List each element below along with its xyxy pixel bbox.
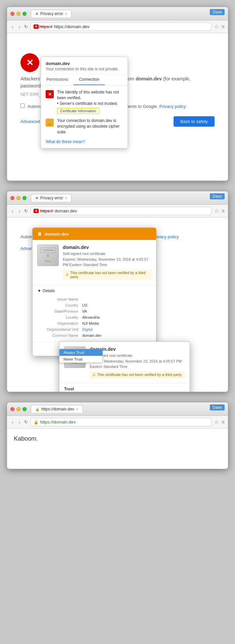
common-name-label: Common Name (38, 333, 82, 338)
back-button-3[interactable]: ‹ (10, 419, 15, 426)
title-bar-1: ✕ Privacy error × Dave (7, 7, 228, 20)
title-bar-2: ✕ Privacy error × Dave (7, 191, 228, 205)
forward-button-1[interactable]: › (17, 23, 22, 30)
locality-label: Locality (38, 315, 82, 320)
back-button-1[interactable]: ‹ (10, 23, 15, 30)
address-bar-1: ‹ › ↻ ✕ https:// https://domain.dev ☆ ≡ (7, 20, 228, 33)
bookmark-icon-3[interactable]: ☆ (214, 419, 219, 425)
trust-dropdown-menu: Always Trust Never Trust (59, 349, 103, 363)
user-badge-2[interactable]: Dave (210, 193, 225, 199)
cert-subtitle: Self-signed root certificate (63, 251, 151, 257)
org-unit-label: Organizational Unit (38, 327, 82, 332)
active-tab-1[interactable]: ✕ Privacy error × (31, 10, 72, 17)
cert-details-section: ▼ Details Issuer Name Country US (33, 285, 156, 342)
url-domain-text-2: domain.dev (54, 208, 77, 213)
details-table: Issuer Name Country US State/Province VA (37, 296, 151, 339)
browser-window-2: ✕ Privacy error × Dave ‹ › ↻ ✕ https:// … (7, 191, 228, 392)
forward-button-3[interactable]: › (17, 419, 22, 426)
back-button-2[interactable]: ‹ (10, 208, 15, 214)
issuer-val (82, 297, 151, 302)
menu-icon-1[interactable]: ≡ (222, 24, 225, 30)
trust-warning-icon: ⚠ (92, 373, 96, 377)
cert-header-icon: 🖥 (37, 231, 42, 237)
active-tab-3[interactable]: 🔒 https://domain.dev × (31, 405, 83, 413)
tab-close-1[interactable]: × (65, 12, 67, 16)
error-icon-large: ✕ (20, 53, 39, 72)
bookmark-icon-1[interactable]: ☆ (214, 23, 219, 30)
url-box-2[interactable]: ✕ https:// domain.dev (31, 207, 211, 215)
tab-title-1: Privacy error (40, 11, 63, 16)
common-name-row: Common Name domain.dev (38, 333, 151, 338)
refresh-button-1[interactable]: ↻ (24, 24, 28, 29)
maximize-button-3[interactable] (22, 407, 27, 411)
tab-connection[interactable]: Connection (74, 74, 105, 85)
locality-row: Locality Alexandria (38, 315, 151, 320)
tab-secure-icon: 🔒 (35, 407, 39, 411)
refresh-button-3[interactable]: ↻ (24, 420, 28, 425)
trust-cert-subtitle: Self-signed root certificate (90, 353, 185, 359)
close-button-1[interactable] (10, 12, 14, 16)
popup-subtitle: Your connection to this site is not priv… (46, 67, 123, 71)
close-button-3[interactable] (10, 407, 14, 411)
what-mean-link[interactable]: What do these mean? (46, 139, 85, 144)
popup-lock-row: 🔒 Your connection to domain.dev is encry… (46, 118, 123, 135)
user-badge-1[interactable]: Dave (210, 9, 225, 15)
tab-title-2: Privacy error (40, 196, 63, 200)
popup-lock-text: Your connection to domain.dev is encrypt… (57, 118, 123, 135)
maximize-button-1[interactable] (22, 12, 27, 16)
refresh-button-2[interactable]: ↻ (24, 208, 28, 213)
tab-permissions[interactable]: Permissions (41, 74, 74, 85)
url-box-1[interactable]: ✕ https:// https://domain.dev (31, 22, 211, 31)
forward-button-2[interactable]: › (17, 208, 22, 214)
maximize-button-2[interactable] (22, 196, 27, 200)
minimize-button-3[interactable] (16, 407, 20, 411)
trust-warning-text: This certificate has not been verified b… (97, 373, 182, 377)
cert-expires: Expires: Wednesday, November 23, 2016 at… (63, 257, 151, 268)
details-arrow: ▼ (37, 288, 41, 293)
minimize-button-1[interactable] (16, 12, 20, 16)
address-bar-3: ‹ › ↻ 🔒 https://domain.dev ☆ ≡ (7, 416, 228, 429)
always-trust-option[interactable]: Always Trust (59, 349, 102, 356)
kaboom-text: Kaboom. (14, 435, 38, 442)
bookmark-icon-2[interactable]: ☆ (214, 208, 219, 214)
close-button-2[interactable] (10, 196, 14, 200)
trust-cert-info: domain.dev Self-signed root certificate … (90, 346, 185, 378)
url-error-badge-2: ✕ (34, 209, 39, 213)
page-content-3: Kaboom. (7, 429, 228, 469)
never-trust-option[interactable]: Never Trust (59, 356, 102, 363)
tab-close-2[interactable]: × (65, 196, 67, 200)
traffic-lights-3 (10, 407, 27, 411)
active-tab-2[interactable]: ✕ Privacy error × (31, 194, 72, 202)
connection-popup: domain.dev Your connection to this site … (41, 57, 128, 148)
details-toggle[interactable]: ▼ Details (37, 288, 151, 293)
advanced-button-1[interactable]: Advanced (20, 119, 40, 124)
tab-close-3[interactable]: × (76, 407, 78, 411)
traffic-lights-2 (10, 196, 27, 200)
menu-icon-3[interactable]: ≡ (222, 419, 225, 425)
minimize-button-2[interactable] (16, 196, 20, 200)
country-label: Country (38, 303, 82, 308)
popup-tabs: Permissions Connection (41, 74, 128, 85)
back-to-safety-button[interactable]: Back to safety (174, 116, 215, 127)
popup-domain: domain.dev (46, 61, 123, 66)
user-badge-3[interactable]: Dave (210, 404, 225, 410)
trust-dialog-outer: Certificate 🎖 Root domain.dev Self-signe… (59, 341, 190, 392)
details-label: Details (43, 288, 55, 293)
country-val: US (82, 303, 151, 308)
country-row: Country US (38, 303, 151, 308)
url-https-text: https:// (39, 24, 52, 29)
popup-error-content: The identity of this website has not bee… (57, 89, 123, 114)
issuer-row: Issuer Name (38, 297, 151, 302)
page-content-2: Automatically report details of possible… (7, 217, 228, 392)
title-bar-3: 🔒 https://domain.dev × Dave (7, 402, 228, 416)
page-content-1: domain.dev Your connection to this site … (7, 33, 228, 181)
url-box-3[interactable]: 🔒 https://domain.dev (31, 418, 211, 426)
privacy-link-1[interactable]: Privacy policy (159, 104, 186, 109)
url-domain-text-1: https://domain.dev (54, 24, 89, 29)
trust-cert-expires: Expires: Wednesday, November 23, 2016 at… (90, 359, 185, 370)
cert-dialog-header: 🖥 domain.dev (33, 228, 156, 240)
menu-icon-2[interactable]: ≡ (222, 208, 225, 214)
url-text-3: https://domain.dev (40, 420, 76, 425)
report-checkbox[interactable] (20, 104, 25, 108)
cert-info-button[interactable]: Certificate Information (57, 108, 99, 114)
